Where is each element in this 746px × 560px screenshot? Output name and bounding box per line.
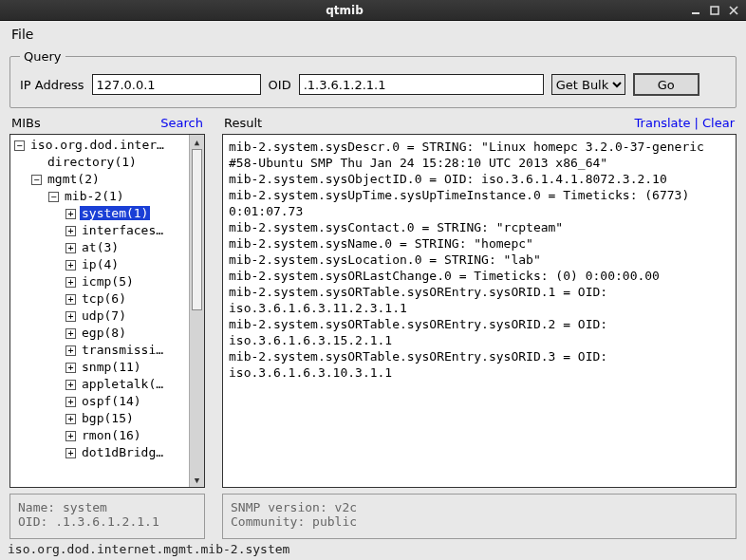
- expander-icon[interactable]: −: [31, 175, 42, 185]
- tree-node[interactable]: at(3): [80, 240, 121, 254]
- expander-icon[interactable]: +: [65, 328, 76, 339]
- svg-rect-0: [692, 12, 699, 14]
- tree-node-root[interactable]: iso.org.dod.inter…: [28, 138, 166, 152]
- tree-node[interactable]: mgmt(2): [46, 172, 102, 186]
- expander-icon[interactable]: +: [65, 448, 76, 458]
- svg-rect-1: [711, 7, 718, 14]
- expander-icon[interactable]: +: [65, 363, 76, 373]
- tree-node[interactable]: udp(7): [80, 308, 128, 323]
- oid-input[interactable]: [299, 74, 544, 95]
- expander-icon[interactable]: +: [65, 294, 76, 305]
- scroll-thumb[interactable]: [192, 149, 202, 310]
- maximize-button[interactable]: [708, 4, 721, 17]
- tree-node[interactable]: directory(1): [46, 155, 139, 169]
- result-pane: mib-2.system.sysDescr.0 = STRING: "Linux…: [222, 134, 737, 488]
- tree-node[interactable]: ospf(14): [80, 394, 143, 408]
- statusbar: iso.org.dod.internet.mgmt.mib-2.system: [0, 539, 746, 560]
- tree-node[interactable]: egp(8): [80, 326, 128, 340]
- mibs-tree-pane: −iso.org.dod.inter… directory(1) −mgmt(2…: [9, 134, 205, 488]
- tree-node[interactable]: interfaces…: [80, 223, 165, 237]
- mibs-tree[interactable]: −iso.org.dod.inter… directory(1) −mgmt(2…: [14, 137, 187, 485]
- expander-icon[interactable]: −: [48, 192, 59, 202]
- ip-input[interactable]: [92, 74, 261, 95]
- scroll-down-icon[interactable]: ▼: [190, 473, 204, 487]
- oid-label: OID: [269, 78, 291, 92]
- titlebar: qtmib: [0, 0, 746, 21]
- window-title: qtmib: [6, 4, 683, 17]
- node-info-box: Name: system OID: .1.3.6.1.2.1.1: [9, 494, 205, 539]
- clear-link[interactable]: Clear: [702, 116, 735, 130]
- expander-icon[interactable]: +: [65, 311, 76, 322]
- expander-icon[interactable]: +: [65, 226, 76, 236]
- close-button[interactable]: [727, 4, 740, 17]
- tree-node[interactable]: snmp(11): [80, 360, 143, 374]
- menu-file[interactable]: File: [8, 25, 37, 44]
- tree-node[interactable]: mib-2(1): [63, 189, 126, 203]
- tree-node[interactable]: ip(4): [80, 257, 121, 271]
- scroll-up-icon[interactable]: ▲: [190, 135, 204, 149]
- expander-icon[interactable]: +: [65, 243, 76, 253]
- menubar: File: [0, 21, 746, 44]
- query-legend: Query: [20, 49, 65, 64]
- ip-label: IP Address: [20, 78, 84, 92]
- tree-node[interactable]: dot1dBridg…: [80, 445, 165, 459]
- tree-node[interactable]: rmon(16): [80, 428, 143, 442]
- tree-node[interactable]: tcp(6): [80, 291, 128, 306]
- tree-node[interactable]: transmissi…: [80, 343, 165, 357]
- tree-scrollbar[interactable]: ▲ ▼: [189, 135, 204, 487]
- method-select[interactable]: Get Bulk: [551, 74, 625, 95]
- go-button[interactable]: Go: [633, 73, 699, 96]
- tree-node[interactable]: bgp(15): [80, 411, 136, 425]
- search-link[interactable]: Search: [160, 116, 203, 130]
- expander-icon[interactable]: +: [65, 209, 76, 219]
- expander-icon[interactable]: +: [65, 414, 76, 424]
- expander-icon[interactable]: +: [65, 397, 76, 407]
- expander-icon[interactable]: +: [65, 260, 76, 271]
- translate-link[interactable]: Translate: [635, 116, 691, 130]
- query-group: Query IP Address OID Get Bulk Go: [9, 49, 737, 108]
- expander-icon[interactable]: +: [65, 277, 76, 288]
- tree-node[interactable]: appletalk(…: [80, 377, 165, 391]
- snmp-info-box: SNMP version: v2c Community: public: [222, 494, 737, 539]
- minimize-button[interactable]: [689, 4, 702, 17]
- expander-icon[interactable]: +: [65, 345, 76, 356]
- tree-node[interactable]: icmp(5): [80, 274, 136, 289]
- tree-node[interactable]: system(1): [80, 206, 150, 220]
- mibs-title: MIBs: [11, 116, 41, 130]
- expander-icon[interactable]: −: [14, 140, 25, 151]
- result-text[interactable]: mib-2.system.sysDescr.0 = STRING: "Linux…: [229, 139, 730, 483]
- expander-icon[interactable]: +: [65, 380, 76, 390]
- expander-icon[interactable]: +: [65, 431, 76, 441]
- result-title: Result: [224, 116, 262, 130]
